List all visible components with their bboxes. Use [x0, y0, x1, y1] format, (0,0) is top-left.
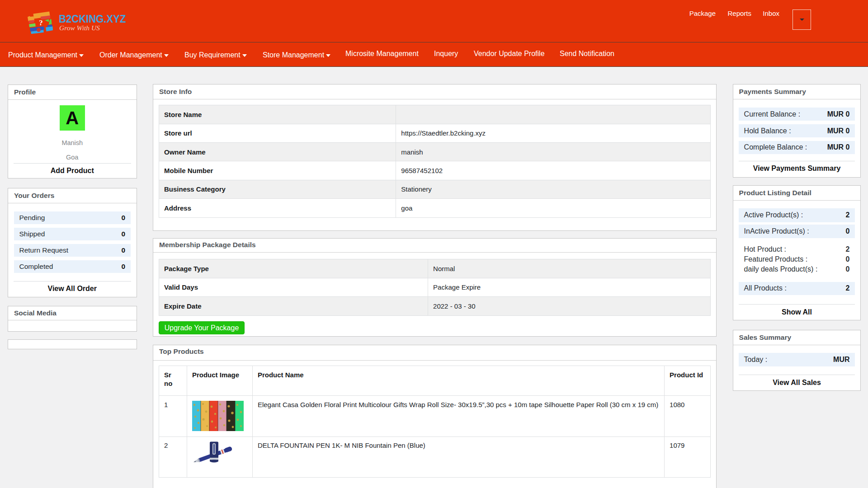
svg-text:?: ?: [39, 19, 43, 27]
